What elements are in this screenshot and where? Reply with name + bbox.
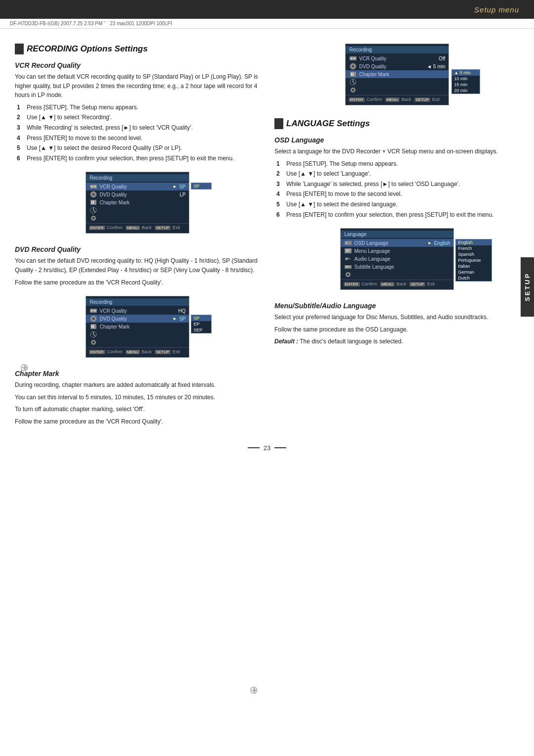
svg-point-42 <box>347 274 349 276</box>
default-label: Default : <box>274 338 298 345</box>
lang-row-5 <box>341 271 453 279</box>
osd-step-5: 5Use [▲ ▼] to select the desired languag… <box>276 200 519 209</box>
lang-screen: Language T OSD Language ► English Englis… <box>340 228 454 290</box>
vcr-step-2: 2Use [▲ ▼] to select 'Recording'. <box>17 113 260 122</box>
menu-subtitle-title: Menu/Subtitle/Audio Language <box>274 302 519 310</box>
dvd-value-2: SP <box>179 316 185 322</box>
svg-rect-35 <box>345 248 352 253</box>
page-dash-right <box>274 447 286 448</box>
dvd-screen-footer: ENTER Confirm MENU Back SETUP Exit <box>86 347 189 355</box>
lang-icon-4 <box>344 263 353 270</box>
lang-value-1: English <box>434 240 450 246</box>
page-number-area: 23 <box>0 444 534 462</box>
chapter-row-4 <box>346 78 448 86</box>
osd-body: Select a language for the DVD Recorder +… <box>274 147 519 156</box>
chapter-body4: Follow the same procedure as the 'VCR Re… <box>15 417 260 426</box>
main-content: RECORDING Options Settings VCR Record Qu… <box>0 29 534 444</box>
chapter-row-1: VCR Quality Off <box>346 54 448 62</box>
chapter-screen: Recording VCR Quality Off DVD Quality ◄ … <box>345 44 449 105</box>
lang-footer-2: MENU Back <box>380 282 406 286</box>
vcr-value-1: SP <box>179 184 185 189</box>
vcr-steps: 1Press [SETUP]. The Setup menu appears. … <box>17 103 260 163</box>
chapter-popup-15min: 15 min <box>452 82 480 88</box>
lang-screen-title: Language <box>341 231 453 238</box>
svg-text:T: T <box>346 242 348 245</box>
vcr-body: You can set the default VCR recording qu… <box>15 72 260 100</box>
osd-title: OSD Language <box>274 136 519 144</box>
vcr-step-1: 1Press [SETUP]. The Setup menu appears. <box>17 103 260 112</box>
vcr-label-2: DVD Quality <box>100 192 178 197</box>
osd-step-4: 4Press [ENTER] to move to the second lev… <box>276 189 519 199</box>
meta-line: DF-H7DD3D-FB-I(GB) 2007.7.25 2:53 PM ˘ ˙… <box>0 19 534 29</box>
lang-popup-french: French <box>456 245 491 251</box>
chapter-screen-wrapper: Recording VCR Quality Off DVD Quality ◄ … <box>274 39 519 110</box>
vcr-screen-wrapper: Recording VCR Quality ► SP SP <box>15 167 260 238</box>
vcr-screen-footer: ENTER Confirm MENU Back SETUP Exit <box>86 223 189 231</box>
lang-popup-spanish: Spanish <box>456 251 491 257</box>
chapter-label-1: VCR Quality <box>359 56 437 61</box>
chapter-popup-20min: 20 min <box>452 88 480 94</box>
svg-point-15 <box>92 318 94 320</box>
lang-popup: English French Spanish Portuguese Italia… <box>455 239 492 282</box>
chapter-footer-3: SETUP Exit <box>414 97 440 102</box>
dvd-arrow: ► <box>173 316 177 321</box>
lang-icon-5 <box>344 271 353 278</box>
dvd-row-1: VCR Quality HQ <box>86 307 189 315</box>
menu-subtitle-body1: Select your preferred language for Disc … <box>274 313 519 322</box>
osd-step-1: 1Press [SETUP]. The Setup menu appears. <box>276 159 519 169</box>
vcr-row-2: DVD Quality LP <box>86 190 189 198</box>
lang-row-1: T OSD Language ► English English French … <box>341 239 453 247</box>
svg-point-32 <box>352 89 354 91</box>
dvd-row-3: Chapter Mark <box>86 323 189 331</box>
language-section-title: LANGUAGE Settings <box>286 119 370 129</box>
dvd-body1: You can set the default DVD recording qu… <box>15 256 260 275</box>
svg-point-4 <box>92 193 94 195</box>
lang-label-2: Menu Language <box>355 248 450 254</box>
vcr-icon-3 <box>89 199 98 206</box>
dvd-popup-ep: EP <box>191 321 211 327</box>
heading-bar <box>15 44 24 54</box>
chapter-row-2: DVD Quality ◄ 5 min <box>346 62 448 70</box>
vcr-screen-title: Recording <box>86 174 189 182</box>
lang-popup-portuguese: Portuguese <box>456 257 491 263</box>
chapter-body3: To turn off automatic chapter marking, s… <box>15 405 260 414</box>
dvd-icon-2 <box>89 315 98 322</box>
osd-step-6: 6Press [ENTER] to confirm your selection… <box>276 210 519 220</box>
lang-arrow: ► <box>428 240 432 245</box>
dvd-value-1: HQ <box>178 308 186 314</box>
lang-row-3: Audio Language <box>341 255 453 263</box>
lang-popup-english: English <box>456 239 491 245</box>
chapter-body2: You can set this interval to 5 minutes, … <box>15 393 260 402</box>
dvd-row-2: DVD Quality ► SP SP EP SEP <box>86 315 189 323</box>
vcr-row-1: VCR Quality ► SP SP <box>86 183 189 190</box>
osd-step-2: 2Use [▲ ▼] to select 'Language'. <box>276 169 519 179</box>
chapter-body1: During recording, chapter markers are ad… <box>15 380 260 390</box>
dvd-title: DVD Record Quality <box>15 245 260 253</box>
vcr-footer-1: ENTER Confirm <box>89 225 123 230</box>
vcr-icon-1 <box>89 183 98 190</box>
dvd-icon-3 <box>89 323 98 330</box>
lang-footer-1: ENTER Confirm <box>344 282 377 286</box>
header-bar: Setup menu <box>0 0 534 19</box>
osd-step-3: 3While 'Language' is selected, press [►]… <box>276 180 519 189</box>
dvd-icon-1 <box>89 307 98 314</box>
menu-subtitle-body2: Follow the same procedure as the OSD Lan… <box>274 325 519 334</box>
vcr-arrow-right: ► <box>173 184 177 189</box>
page-number: 23 <box>264 444 270 452</box>
dvd-popup-sep: SEP <box>191 327 211 333</box>
default-note: Default : The disc's default language is… <box>274 337 519 346</box>
svg-rect-13 <box>94 310 96 312</box>
svg-rect-12 <box>91 310 93 312</box>
dvd-row-5 <box>86 338 189 346</box>
left-column: RECORDING Options Settings VCR Record Qu… <box>15 39 260 429</box>
vcr-screen: Recording VCR Quality ► SP SP <box>86 172 189 234</box>
vcr-row-3: Chapter Mark <box>86 198 189 206</box>
chapter-popup-5min: ▲ 5 min <box>452 70 480 76</box>
chapter-value-2: ◄ 5 min <box>427 64 445 69</box>
chapter-row-3: Chapter Mark ▲ 5 min 10 min 15 min 20 mi… <box>346 70 448 78</box>
dvd-footer-1: ENTER Confirm <box>89 349 123 354</box>
dvd-label-2: DVD Quality <box>100 316 171 322</box>
chapter-label-2: DVD Quality <box>359 64 425 69</box>
crosshair-left: ⊕ <box>23 365 31 373</box>
vcr-row-5 <box>86 214 189 222</box>
